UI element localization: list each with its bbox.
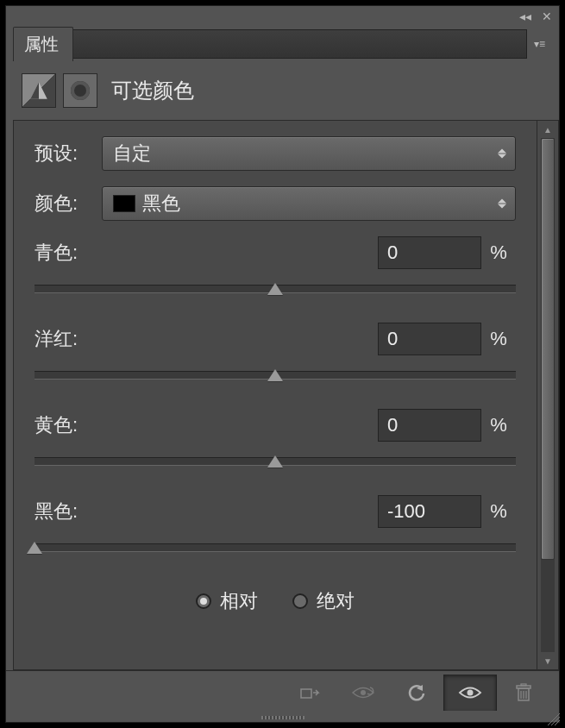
svg-rect-11 — [521, 684, 526, 686]
method-group: 相对 绝对 — [35, 588, 516, 614]
cyan-label: 青色: — [35, 240, 378, 266]
magenta-label: 洋红: — [35, 326, 378, 352]
percent-label: % — [481, 500, 516, 523]
radio-icon — [292, 593, 308, 609]
mask-icon[interactable] — [63, 73, 97, 108]
properties-body: 预设: 自定 颜色: 黑色 — [13, 120, 537, 670]
svg-marker-1 — [30, 82, 39, 99]
view-previous-button[interactable] — [336, 675, 390, 711]
collapse-icon[interactable]: ◂◂ — [519, 9, 531, 23]
relative-radio[interactable]: 相对 — [196, 588, 258, 614]
close-icon[interactable]: ✕ — [542, 9, 552, 23]
svg-rect-2 — [301, 689, 311, 698]
color-select[interactable]: 黑色 — [102, 186, 516, 221]
percent-label: % — [481, 328, 516, 350]
yellow-label: 黄色: — [35, 412, 378, 438]
slider-thumb[interactable] — [27, 542, 42, 554]
black-label: 黑色: — [35, 499, 378, 524]
color-label: 颜色: — [35, 191, 102, 217]
color-value: 黑色 — [142, 191, 180, 217]
tab-row: 属性 ▾≡ — [6, 27, 559, 61]
scroll-thumb[interactable] — [541, 138, 555, 560]
relative-label: 相对 — [220, 588, 258, 614]
panel-header: 可选颜色 — [6, 61, 559, 120]
selective-color-icon[interactable] — [22, 73, 56, 108]
radio-icon — [196, 593, 211, 609]
delete-button[interactable] — [497, 675, 550, 711]
percent-label: % — [481, 414, 516, 436]
preset-value: 自定 — [113, 141, 151, 166]
scroll-up-icon[interactable]: ▲ — [537, 121, 558, 138]
svg-point-5 — [468, 689, 474, 695]
svg-point-3 — [361, 690, 366, 695]
preset-label: 预设: — [35, 141, 102, 166]
black-slider[interactable] — [35, 543, 516, 552]
slider-thumb[interactable] — [267, 283, 283, 295]
scroll-down-icon[interactable]: ▼ — [537, 652, 558, 669]
absolute-radio[interactable]: 绝对 — [292, 588, 355, 614]
clip-to-layer-button[interactable] — [283, 675, 336, 711]
tab-strip — [73, 29, 527, 59]
chevron-updown-icon — [498, 199, 506, 209]
tab-properties[interactable]: 属性 — [13, 27, 73, 61]
color-swatch — [113, 195, 135, 212]
yellow-input[interactable]: 0 — [378, 409, 481, 442]
magenta-slider[interactable] — [35, 371, 516, 380]
cyan-input[interactable]: 0 — [378, 236, 481, 269]
resize-grip-icon[interactable] — [548, 713, 560, 725]
cyan-slider[interactable] — [35, 285, 516, 293]
absolute-label: 绝对 — [317, 588, 355, 614]
slider-thumb[interactable] — [267, 455, 283, 468]
panel-grip[interactable] — [6, 713, 559, 722]
black-input[interactable]: -100 — [378, 495, 481, 528]
slider-thumb[interactable] — [267, 369, 283, 381]
percent-label: % — [481, 242, 516, 264]
reset-button[interactable] — [390, 675, 443, 711]
preset-select[interactable]: 自定 — [102, 136, 516, 171]
scroll-track[interactable] — [541, 138, 555, 652]
panel-footer — [6, 670, 559, 713]
panel-title: 可选颜色 — [111, 77, 194, 104]
magenta-input[interactable]: 0 — [378, 323, 481, 355]
panel-menu-icon[interactable]: ▾≡ — [527, 38, 552, 50]
panel-titlebar: ◂◂ ✕ — [6, 6, 559, 27]
scrollbar[interactable]: ▲ ▼ — [537, 120, 559, 670]
toggle-visibility-button[interactable] — [443, 675, 497, 711]
chevron-updown-icon — [498, 149, 506, 159]
yellow-slider[interactable] — [35, 457, 516, 466]
